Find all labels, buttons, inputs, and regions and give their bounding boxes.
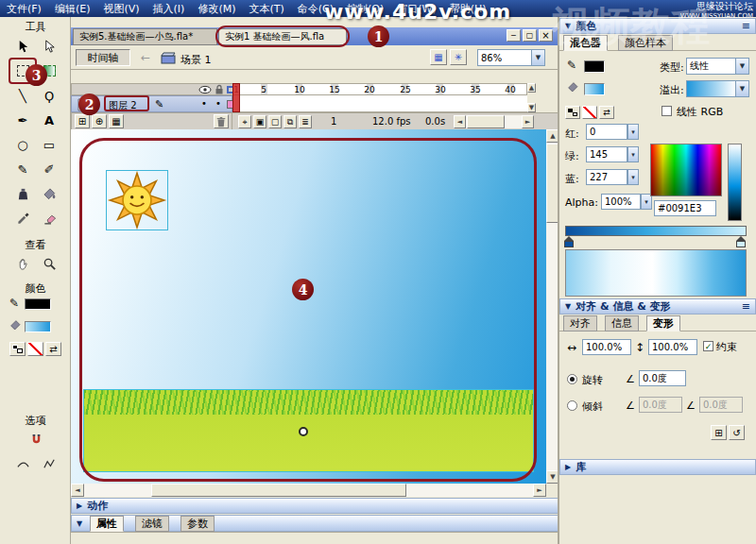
timeline-toggle-button[interactable]: 时间轴 [76,49,130,66]
copy-and-apply-transform-button[interactable]: ⊞ [711,425,727,440]
onion-skin-outlines-button[interactable]: ▢ [268,115,282,128]
frames-grid[interactable] [232,95,527,112]
lasso-tool[interactable]: Ϙ [38,85,60,106]
tab-properties[interactable]: 属性 [90,516,124,532]
zoom-dropdown-button[interactable]: ▼ [531,49,545,66]
skew-v-input[interactable]: 0.0度 [699,397,743,413]
document-tab-1[interactable]: 实例5.基础绘画—小鸟.fla* [73,28,217,45]
layer-visible-dot[interactable]: • [201,98,207,109]
red-input[interactable]: 0 [586,124,627,140]
center-frame-button[interactable]: ⌖ [238,115,251,128]
color-panel-header[interactable]: ▼ 颜色 ≡ [559,18,756,34]
tab-align[interactable]: 对齐 [563,315,597,332]
restore-button[interactable]: ▢ [523,29,537,42]
timeline-hscroll-right-button[interactable]: ► [522,115,534,128]
swap-colors-button[interactable]: ⇄ [45,342,61,356]
ait-panel-menu-icon[interactable]: ≡ [742,300,750,313]
edit-scene-button[interactable]: ▦ [430,49,447,65]
linear-rgb-checkbox[interactable] [662,106,672,116]
gradient-type-select[interactable]: 线性 [686,58,736,75]
tab-color-swatches[interactable]: 颜色样本 [618,35,673,51]
gradient-type-dropdown-button[interactable]: ▼ [735,58,749,75]
default-colors-button[interactable] [9,342,26,356]
scale-height-input[interactable]: 100.0% [648,339,697,355]
subselection-tool[interactable] [38,36,60,57]
gradient-editor-bar[interactable] [565,226,747,236]
rotate-input[interactable]: 0.0度 [639,370,686,386]
oval-tool[interactable]: ○ [11,134,34,155]
brush-tool[interactable]: ✐ [38,159,60,179]
green-input[interactable]: 145 [586,146,627,162]
smooth-option[interactable] [11,453,34,474]
zoom-level-input[interactable]: 86% [477,49,532,66]
add-motion-guide-button[interactable]: ⊕ [92,114,107,128]
lock-icon[interactable] [214,84,225,95]
eyedropper-tool[interactable] [11,208,34,229]
skew-h-input[interactable]: 0.0度 [639,397,682,413]
minimize-button[interactable]: ─ [507,29,521,42]
menu-file[interactable]: 文件(F) [0,2,48,16]
text-tool[interactable]: A [38,110,60,130]
blue-input[interactable]: 227 [586,169,627,185]
blue-slider-button[interactable]: ▾ [627,169,639,185]
stroke-color-swatch[interactable] [25,298,51,310]
mixer-swap-colors-button[interactable]: ⇄ [599,106,614,119]
overflow-dropdown-button[interactable]: ▼ [735,80,749,97]
modify-markers-button[interactable]: ≣ [299,115,312,128]
color-panel-menu-icon[interactable]: ≡ [742,20,750,32]
green-slider-button[interactable]: ▾ [627,146,639,162]
onion-skin-button[interactable]: ▣ [253,115,266,128]
ait-panel-header[interactable]: ▼ 对齐 & 信息 & 变形 ≡ [559,298,756,314]
gradient-stop-right[interactable] [736,236,746,247]
delete-layer-button[interactable] [214,114,229,128]
menu-control[interactable]: 控制(O) [340,2,390,16]
brightness-slider[interactable] [728,144,742,221]
add-folder-button[interactable]: ▦ [109,114,124,128]
pen-tool[interactable]: ✒ [11,110,34,130]
frame-rate-value[interactable]: 12.0 fps [372,116,411,127]
zoom-tool[interactable] [38,253,60,274]
reset-transform-button[interactable]: ↺ [729,425,745,440]
rotate-radio[interactable] [567,374,577,384]
mixer-default-colors-button[interactable] [565,106,580,119]
alpha-input[interactable]: 100% [601,194,641,210]
line-tool[interactable]: ╲ [11,85,34,106]
edit-multiple-frames-button[interactable]: ⧉ [284,115,297,128]
close-button[interactable]: × [539,29,553,42]
tab-info[interactable]: 信息 [605,315,639,332]
add-layer-button[interactable]: ⊞ [75,114,90,128]
selection-tool[interactable] [11,36,34,57]
menu-help[interactable]: 帮助(H) [443,2,493,16]
tab-transform[interactable]: 变形 [646,315,680,332]
timeline-hscroll-left-button[interactable]: ◄ [454,115,466,128]
layer-lock-dot[interactable]: • [215,98,221,109]
library-panel-header[interactable]: ▶ 库 [559,459,756,475]
hand-tool[interactable] [11,253,34,274]
canvas-hscroll-thumb[interactable] [151,484,406,497]
menu-window[interactable]: 窗口(W) [390,2,442,16]
overflow-select[interactable] [686,80,736,97]
timeline-scroll-up-button[interactable]: ▲ [527,83,536,93]
scale-width-input[interactable]: 100.0% [582,339,631,355]
menu-commands[interactable]: 命令(C) [291,2,340,16]
no-color-button[interactable] [27,342,43,356]
snap-to-objects-option[interactable] [25,429,47,450]
fill-color-swatch[interactable] [25,321,51,332]
red-slider-button[interactable]: ▾ [627,124,639,140]
edit-symbol-button[interactable]: ✳ [450,49,467,65]
eraser-tool[interactable] [38,208,60,229]
stage-canvas[interactable] [71,129,546,484]
playhead[interactable] [232,83,240,112]
back-button[interactable]: ← [138,50,153,65]
menu-modify[interactable]: 修改(M) [191,2,242,16]
frame-ruler[interactable]: 1 5 10 15 20 25 30 35 40 [232,83,527,95]
menu-edit[interactable]: 编辑(E) [48,2,97,16]
canvas-hscroll-right-button[interactable]: ► [533,484,546,497]
pencil-tool[interactable]: ✎ [11,159,34,179]
color-spectrum-picker[interactable] [650,144,722,196]
menu-text[interactable]: 文本(T) [242,2,290,16]
ink-bottle-tool[interactable] [11,183,34,204]
actions-panel-header[interactable]: ▶ 动作 [71,498,559,514]
canvas-hscroll-left-button[interactable]: ◄ [71,484,84,497]
menu-insert[interactable]: 插入(I) [146,2,192,16]
